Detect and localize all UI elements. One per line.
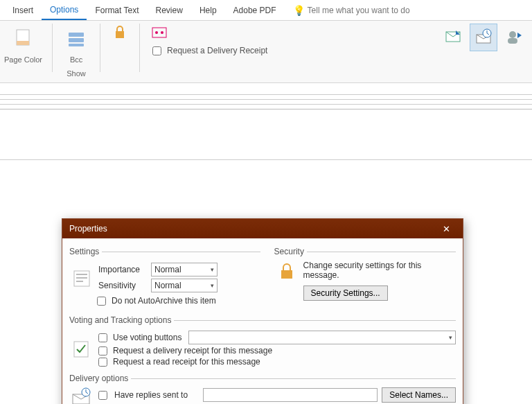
bcc-label: Bcc xyxy=(70,55,82,64)
delivery-options-group: Delivery options Have replies sent to Se… xyxy=(69,374,456,404)
tab-review[interactable]: Review xyxy=(148,1,191,19)
direct-replies-icon xyxy=(505,28,523,46)
properties-dialog: Properties ✕ Settings Importance Normal▾ xyxy=(62,218,463,404)
svg-rect-2 xyxy=(69,33,84,37)
delay-delivery-icon xyxy=(475,28,493,46)
svg-rect-17 xyxy=(76,281,83,282)
chevron-down-icon: ▾ xyxy=(211,282,214,289)
ribbon-group-permissions xyxy=(110,24,130,42)
tell-me-label: Tell me what you want to do xyxy=(308,6,410,15)
ribbon-group-bcc: Bcc Show xyxy=(62,24,90,78)
show-group-label: Show xyxy=(66,69,86,78)
dialog-close-x[interactable]: ✕ xyxy=(435,224,457,234)
svg-rect-13 xyxy=(508,38,517,44)
tab-format-text[interactable]: Format Text xyxy=(87,1,147,19)
tab-options[interactable]: Options xyxy=(42,1,87,20)
delivery-legend: Delivery options xyxy=(69,374,131,383)
save-sent-button[interactable] xyxy=(439,24,467,51)
request-read-checkbox[interactable] xyxy=(98,358,107,367)
permission-lock-button[interactable] xyxy=(110,24,130,42)
request-read-label: Request a read receipt for this message xyxy=(113,357,260,367)
sensitivity-label: Sensitivity xyxy=(98,281,147,290)
tab-adobe-pdf[interactable]: Adobe PDF xyxy=(225,1,285,19)
vote-icon xyxy=(152,26,167,39)
settings-icon xyxy=(69,267,94,288)
ribbon-separator xyxy=(100,24,100,72)
svg-point-8 xyxy=(161,31,163,34)
settings-group: Settings Importance Normal▾ Sens xyxy=(69,247,260,307)
settings-legend: Settings xyxy=(69,247,102,256)
select-names-button[interactable]: Select Names... xyxy=(382,387,456,403)
importance-combo[interactable]: Normal▾ xyxy=(151,263,218,276)
security-desc: Change security settings for this messag… xyxy=(303,261,456,280)
voting-combo[interactable]: ▾ xyxy=(188,331,456,344)
ribbon-group-tracking: Request a Delivery Receipt xyxy=(150,24,270,58)
save-sent-icon xyxy=(444,28,462,46)
sensitivity-value: Normal xyxy=(154,281,181,290)
svg-rect-5 xyxy=(116,31,124,38)
document-lines xyxy=(0,83,532,160)
use-voting-checkbox[interactable] xyxy=(98,333,107,342)
importance-value: Normal xyxy=(154,265,181,274)
dialog-titlebar: Properties ✕ xyxy=(62,219,463,238)
svg-rect-16 xyxy=(76,277,87,279)
request-delivery-label: Request a delivery receipt for this mess… xyxy=(113,346,272,355)
security-settings-button[interactable]: Security Settings... xyxy=(303,286,388,301)
page-color-label: Page Color xyxy=(4,55,42,64)
bcc-icon xyxy=(67,30,85,48)
voting-buttons-button[interactable] xyxy=(150,24,169,42)
ribbon-separator xyxy=(52,24,53,72)
lock-icon xyxy=(113,25,127,40)
request-delivery-receipt-checkbox[interactable]: Request a Delivery Receipt xyxy=(150,43,270,58)
page-color-button[interactable] xyxy=(10,24,37,54)
chevron-down-icon: ▾ xyxy=(211,266,214,273)
security-group: Security Change security settings for th… xyxy=(274,247,456,307)
svg-rect-18 xyxy=(281,270,292,279)
svg-rect-4 xyxy=(69,44,84,46)
autoarchive-label: Do not AutoArchive this item xyxy=(112,296,216,306)
clock-envelope-icon xyxy=(71,387,92,404)
direct-replies-button[interactable] xyxy=(500,24,528,51)
importance-label: Importance xyxy=(98,265,147,274)
security-icon xyxy=(274,261,299,281)
svg-point-7 xyxy=(155,31,158,34)
voting-tracking-group: Voting and Tracking options Use voting b… xyxy=(69,315,456,368)
bulb-icon: 💡 xyxy=(293,5,305,16)
have-replies-label: Have replies sent to xyxy=(114,390,199,400)
ribbon-right-group xyxy=(439,24,528,51)
svg-rect-15 xyxy=(76,274,87,275)
delay-delivery-button[interactable] xyxy=(470,24,497,51)
svg-rect-1 xyxy=(17,41,29,45)
tell-me-search[interactable]: 💡 Tell me what you want to do xyxy=(293,5,410,16)
dialog-title: Properties xyxy=(69,224,107,234)
svg-rect-3 xyxy=(69,38,84,42)
bcc-button[interactable] xyxy=(62,24,90,54)
page-color-icon xyxy=(15,28,33,49)
ribbon-body: Page Color Bcc Show Request a Delivery R… xyxy=(0,21,532,83)
ribbon-group-pagecolor: Page Color xyxy=(4,24,42,64)
use-voting-label: Use voting buttons xyxy=(113,333,181,342)
svg-rect-6 xyxy=(152,28,166,37)
svg-point-12 xyxy=(509,31,516,38)
voting-legend: Voting and Tracking options xyxy=(69,315,174,325)
ribbon-separator xyxy=(139,24,140,72)
chevron-down-icon: ▾ xyxy=(449,334,452,341)
autoarchive-checkbox[interactable] xyxy=(97,297,106,306)
delivery-receipt-label: Request a Delivery Receipt xyxy=(167,46,267,55)
padlock-icon xyxy=(278,262,296,281)
sensitivity-combo[interactable]: Normal▾ xyxy=(151,279,218,292)
request-delivery-checkbox[interactable] xyxy=(98,346,107,355)
tab-help[interactable]: Help xyxy=(191,1,225,19)
security-legend: Security xyxy=(274,247,307,256)
tab-insert[interactable]: Insert xyxy=(4,1,42,19)
ribbon-tabstrip: Insert Options Format Text Review Help A… xyxy=(0,0,532,21)
have-replies-input[interactable] xyxy=(203,388,378,402)
voting-icon xyxy=(69,338,94,359)
delivery-icon xyxy=(69,387,94,404)
delivery-receipt-check[interactable] xyxy=(152,46,161,55)
have-replies-checkbox[interactable] xyxy=(98,391,107,400)
